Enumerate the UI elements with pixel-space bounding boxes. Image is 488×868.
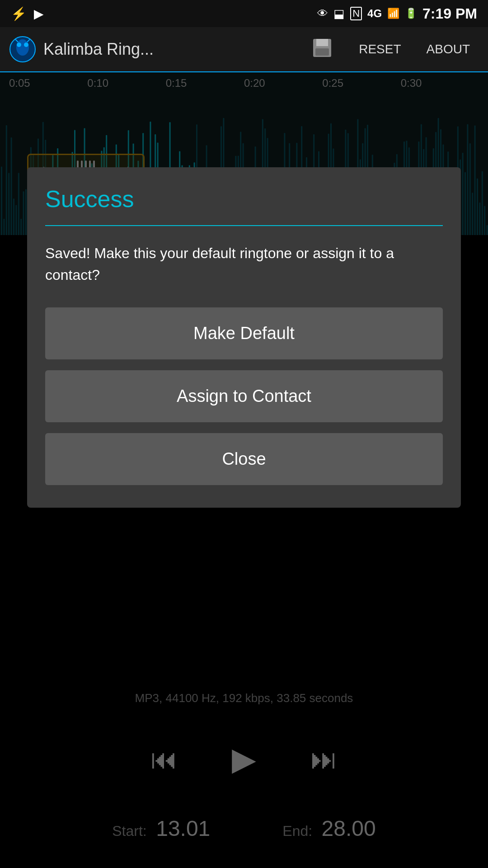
app-logo-icon [9,36,36,63]
dialog-message: Saved! Make this your default ringtone o… [45,242,443,286]
play-icon: ▶ [34,6,44,21]
svg-rect-8 [315,48,329,56]
svg-point-3 [24,42,28,47]
usb-icon: ⚡ [11,6,27,21]
battery-icon: 🔋 [405,8,417,19]
nfc-icon: N [350,7,362,20]
reset-button[interactable]: RESET [350,38,410,61]
success-dialog: Success Saved! Make this your default ri… [27,167,461,508]
clock: 7:19 PM [422,5,477,22]
about-button[interactable]: ABOUT [418,38,479,61]
svg-rect-7 [316,39,328,46]
status-right-icons: 👁 ⬓ N 4G 📶 🔋 7:19 PM [317,5,477,22]
signal-icon: 📶 [387,8,399,19]
eye-icon: 👁 [317,7,328,20]
status-bar: ⚡ ▶ 👁 ⬓ N 4G 📶 🔋 7:19 PM [0,0,488,27]
dialog-title: Success [45,185,443,212]
save-button[interactable] [302,32,343,67]
dialog-divider [45,225,443,226]
dialog-overlay: Success Saved! Make this your default ri… [0,72,488,868]
4g-icon: 4G [367,7,382,20]
app-title: Kalimba Ring... [43,40,295,59]
bluetooth-icon: ⬓ [333,7,345,21]
svg-point-2 [17,42,21,47]
assign-to-contact-button[interactable]: Assign to Contact [45,370,443,422]
make-default-button[interactable]: Make Default [45,307,443,359]
close-button[interactable]: Close [45,433,443,485]
app-bar: Kalimba Ring... RESET ABOUT [0,27,488,72]
status-left-icons: ⚡ ▶ [11,6,44,21]
